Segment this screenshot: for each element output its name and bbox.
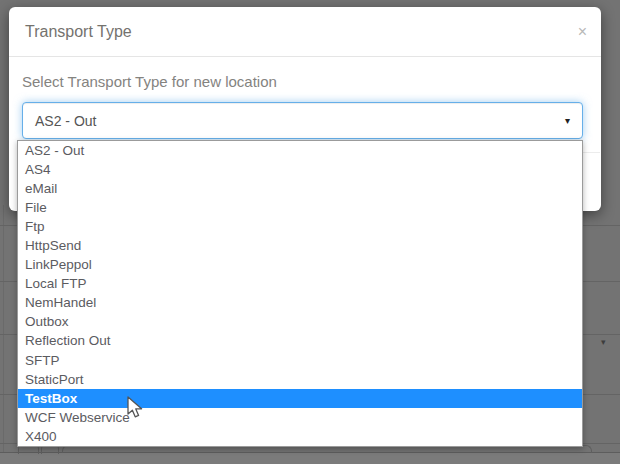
- dropdown-option[interactable]: Outbox: [18, 312, 582, 331]
- dropdown-option[interactable]: File: [18, 198, 582, 217]
- dropdown-option[interactable]: X400: [18, 427, 582, 446]
- dropdown-option[interactable]: NemHandel: [18, 293, 582, 312]
- dropdown-option[interactable]: LinkPeppol: [18, 255, 582, 274]
- dialog-footer-edge: [583, 152, 600, 153]
- dropdown-option[interactable]: Reflection Out: [18, 331, 582, 350]
- selected-value: AS2 - Out: [35, 113, 565, 129]
- transport-type-select[interactable]: AS2 - Out ▾: [22, 102, 583, 139]
- background-filter-caret-icon: ▾: [601, 337, 606, 347]
- dropdown-option[interactable]: HttpSend: [18, 236, 582, 255]
- dropdown-option[interactable]: Local FTP: [18, 274, 582, 293]
- chevron-down-icon: ▾: [565, 115, 570, 126]
- close-icon[interactable]: ×: [578, 22, 587, 42]
- dropdown-option[interactable]: AS4: [18, 160, 582, 179]
- transport-type-label: Select Transport Type for new location: [22, 73, 588, 90]
- dropdown-option[interactable]: AS2 - Out: [18, 141, 582, 160]
- dialog-body: Select Transport Type for new location: [9, 57, 601, 90]
- dropdown-list: AS2 - OutAS4eMailFileFtpHttpSendLinkPepp…: [17, 140, 583, 447]
- dropdown-option[interactable]: Ftp: [18, 217, 582, 236]
- dropdown-option[interactable]: eMail: [18, 179, 582, 198]
- dropdown-option[interactable]: WCF Webservice: [18, 408, 582, 427]
- dialog-header: Transport Type ×: [9, 7, 601, 57]
- dropdown-option[interactable]: SFTP: [18, 351, 582, 370]
- background-bottom-strip: [0, 453, 620, 464]
- dialog-title: Transport Type: [25, 23, 132, 41]
- dropdown-option-selected[interactable]: TestBox: [18, 389, 582, 408]
- dropdown-option[interactable]: StaticPort: [18, 370, 582, 389]
